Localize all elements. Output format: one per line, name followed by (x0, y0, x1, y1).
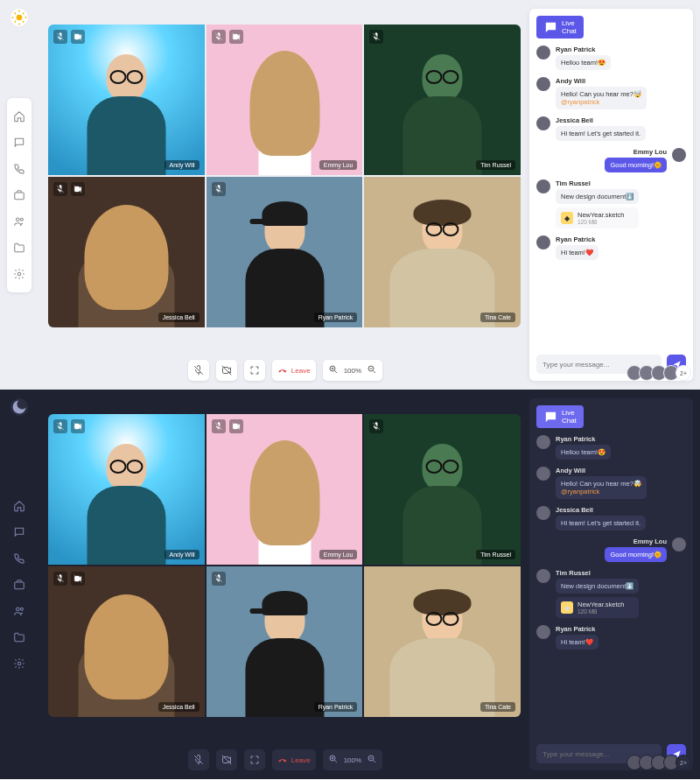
chat-panel: Live ChatRyan PatrickHelloo team!😍Andy W… (529, 9, 693, 381)
mute-mic-button[interactable] (188, 360, 209, 381)
chat-messages: Ryan PatrickHelloo team!😍Andy WillHello!… (536, 46, 686, 349)
chat-message: Ryan PatrickHi team!❤️ (536, 235, 686, 260)
message-body: New design document⬇️ (556, 579, 639, 594)
chat-header[interactable]: Live Chat (536, 16, 584, 39)
chat-panel: Live ChatRyan PatrickHelloo team!😍Andy W… (529, 398, 693, 770)
avatar-stack[interactable]: 2+ (630, 755, 691, 770)
message-sender: Andy Will (556, 467, 647, 474)
avatar (536, 179, 550, 193)
video-grid: Andy WillEmmy LouTim RusselJessica BellR… (48, 25, 521, 327)
mic-muted-icon (53, 30, 67, 44)
chat-message: Jessica BellHi team! Let's get started i… (536, 116, 686, 141)
avatar (536, 235, 550, 249)
fullscreen-button[interactable] (244, 360, 265, 381)
zoom-in-button[interactable] (328, 754, 339, 766)
avatar-overflow[interactable]: 2+ (676, 365, 691, 381)
zoom-level: 100% (344, 756, 361, 764)
mic-muted-icon (212, 419, 226, 433)
mic-muted-icon (369, 419, 383, 433)
participant-tile[interactable]: Tim Russel (364, 414, 521, 565)
leave-button[interactable]: Leave (272, 360, 316, 381)
zoom-level: 100% (344, 367, 361, 375)
participant-tile[interactable]: Tim Russel (364, 25, 521, 175)
participant-tile[interactable]: Jessica Bell (48, 177, 205, 327)
message-sender: Jessica Bell (556, 116, 646, 124)
avatar (536, 435, 550, 449)
message-body: Hello! Can you hear me?🤯 @ryanpatrick (556, 87, 647, 109)
message-body: Hi team! Let's get started it. (556, 126, 646, 141)
avatar (536, 77, 550, 91)
participant-tile[interactable]: Tina Cate (364, 566, 521, 717)
chat-message: Tim RusselNew design document⬇️◆NewYear.… (536, 179, 686, 228)
call-controls: Leave100% (46, 360, 525, 381)
avatar-stack[interactable]: 2+ (630, 365, 691, 381)
participant-name: Jessica Bell (158, 313, 200, 322)
mic-muted-icon (212, 30, 226, 44)
chat-message: Andy WillHello! Can you hear me?🤯 @ryanp… (536, 77, 686, 109)
attachment[interactable]: ◆NewYear.sketch120 MB (556, 207, 639, 228)
message-body: Hi team!❤️ (556, 245, 598, 260)
camera-off-icon (229, 30, 243, 44)
toggle-camera-button[interactable] (216, 360, 237, 381)
message-body: Helloo team!😍 (556, 445, 611, 460)
camera-off-icon (71, 182, 85, 196)
zoom-controls: 100% (323, 749, 382, 770)
message-sender: Ryan Patrick (556, 235, 598, 243)
chat-message: Andy WillHello! Can you hear me?🤯 @ryanp… (536, 467, 686, 499)
participant-tile[interactable]: Emmy Lou (206, 25, 363, 175)
message-sender: Ryan Patrick (556, 435, 611, 443)
participant-tile[interactable]: Ryan Patrick (206, 177, 363, 327)
participant-tile[interactable]: Tina Cate (364, 177, 521, 327)
zoom-out-button[interactable] (367, 754, 377, 766)
participant-name: Tim Russel (476, 160, 515, 170)
participant-tile[interactable]: Andy Will (48, 414, 205, 565)
avatar (672, 148, 686, 162)
participant-name: Ryan Patrick (314, 313, 358, 322)
mute-mic-button[interactable] (188, 749, 209, 770)
participant-tile[interactable]: Ryan Patrick (206, 566, 363, 717)
leave-button[interactable]: Leave (272, 749, 316, 770)
chat-message: Ryan PatrickHi team!❤️ (536, 625, 686, 650)
message-sender: Tim Russel (556, 179, 639, 187)
participant-name: Tim Russel (476, 550, 515, 559)
participant-name: Tina Cate (480, 313, 515, 322)
camera-off-icon (71, 419, 85, 433)
participant-name: Andy Will (164, 160, 199, 170)
participant-name: Andy Will (164, 550, 199, 559)
attachment[interactable]: ◆NewYear.sketch120 MB (556, 597, 639, 618)
message-body: New design document⬇️ (556, 189, 639, 204)
participant-name: Ryan Patrick (314, 702, 358, 712)
zoom-out-button[interactable] (367, 364, 377, 376)
video-grid: Andy WillEmmy LouTim RusselJessica BellR… (48, 414, 521, 717)
message-sender: Emmy Lou (605, 538, 667, 545)
message-body: Hi team!❤️ (556, 635, 598, 650)
participant-name: Emmy Lou (319, 160, 357, 170)
message-body: Good morning!🌞 (605, 158, 667, 172)
chat-header[interactable]: Live Chat (536, 405, 584, 428)
message-body: Hi team! Let's get started it. (556, 516, 646, 531)
toggle-camera-button[interactable] (216, 749, 237, 770)
message-sender: Ryan Patrick (556, 625, 598, 633)
avatar (536, 506, 550, 520)
camera-off-icon (229, 419, 243, 433)
mic-muted-icon (369, 30, 383, 44)
participant-tile[interactable]: Andy Will (48, 25, 205, 175)
participant-name: Emmy Lou (319, 550, 357, 559)
participant-tile[interactable]: Emmy Lou (206, 414, 363, 565)
call-controls: Leave100% (46, 749, 525, 770)
participant-tile[interactable]: Jessica Bell (48, 566, 205, 717)
mention: @ryanpatrick (561, 488, 599, 495)
mic-muted-icon (212, 572, 226, 586)
chat-message: Emmy LouGood morning!🌞 (536, 538, 686, 562)
mention: @ryanpatrick (561, 98, 599, 106)
chat-message: Jessica BellHi team! Let's get started i… (536, 506, 686, 531)
message-sender: Emmy Lou (605, 148, 667, 156)
fullscreen-button[interactable] (244, 749, 265, 770)
avatar (536, 467, 550, 481)
chat-message: Tim RusselNew design document⬇️◆NewYear.… (536, 569, 686, 618)
mic-muted-icon (212, 182, 226, 196)
zoom-in-button[interactable] (328, 364, 339, 376)
message-body: Hello! Can you hear me?🤯 @ryanpatrick (556, 476, 647, 499)
mic-muted-icon (53, 572, 67, 586)
avatar-overflow[interactable]: 2+ (676, 755, 691, 770)
